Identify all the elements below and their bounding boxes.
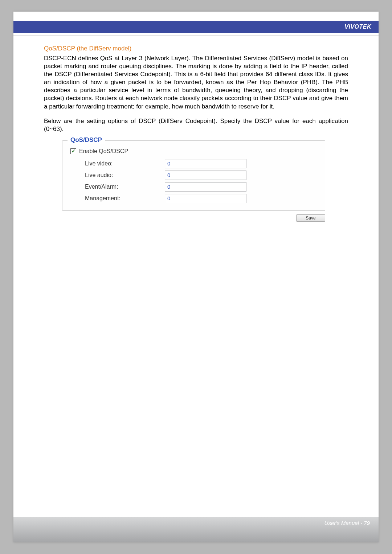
enable-qos-label: Enable QoS/DSCP [79, 148, 128, 155]
input-live-video[interactable] [165, 159, 246, 168]
input-management[interactable] [165, 194, 246, 203]
header-divider [13, 36, 379, 36]
enable-row: Enable QoS/DSCP [70, 148, 317, 155]
qos-dscp-panel: QoS/DSCP Enable QoS/DSCP Live video: Liv… [62, 140, 325, 222]
row-event-alarm: Event/Alarm: [70, 182, 317, 192]
label-live-video: Live video: [70, 160, 165, 167]
save-row: Save [62, 214, 325, 222]
row-live-audio: Live audio: [70, 171, 317, 180]
save-button[interactable]: Save [296, 214, 325, 222]
label-live-audio: Live audio: [70, 172, 165, 178]
qos-dscp-fieldset: QoS/DSCP Enable QoS/DSCP Live video: Liv… [62, 140, 325, 211]
row-live-video: Live video: [70, 159, 317, 168]
input-event-alarm[interactable] [165, 182, 246, 192]
brand-text: VIVOTEK [344, 24, 371, 30]
footer-text: User's Manual - 79 [324, 520, 370, 526]
content-area: QoS/DSCP (the DiffServ model) DSCP-ECN d… [44, 45, 348, 222]
paragraph-1: DSCP-ECN defines QoS at Layer 3 (Network… [44, 54, 348, 111]
section-title: QoS/DSCP (the DiffServ model) [44, 45, 348, 52]
enable-qos-checkbox[interactable] [70, 148, 76, 154]
page: VIVOTEK QoS/DSCP (the DiffServ model) DS… [13, 12, 379, 542]
paragraph-2: Below are the setting options of DSCP (D… [44, 117, 348, 133]
page-footer: User's Manual - 79 [13, 517, 379, 542]
footer-bg [13, 517, 379, 542]
label-management: Management: [70, 195, 165, 202]
brand-bar: VIVOTEK [13, 21, 379, 33]
row-management: Management: [70, 194, 317, 203]
fieldset-legend: QoS/DSCP [68, 136, 105, 144]
input-live-audio[interactable] [165, 171, 246, 180]
label-event-alarm: Event/Alarm: [70, 184, 165, 190]
